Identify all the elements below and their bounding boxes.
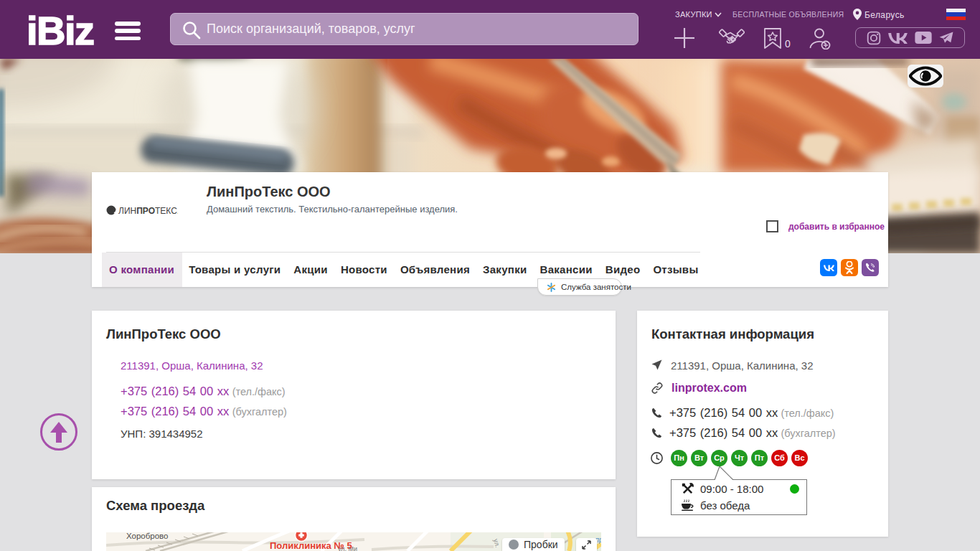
svg-text:ул. Ми: ул. Ми [338,545,357,551]
svg-text:ЛИНПРОТЕКС.: ЛИНПРОТЕКС. [118,206,178,216]
svg-text:Хороброво: Хороброво [126,532,168,540]
